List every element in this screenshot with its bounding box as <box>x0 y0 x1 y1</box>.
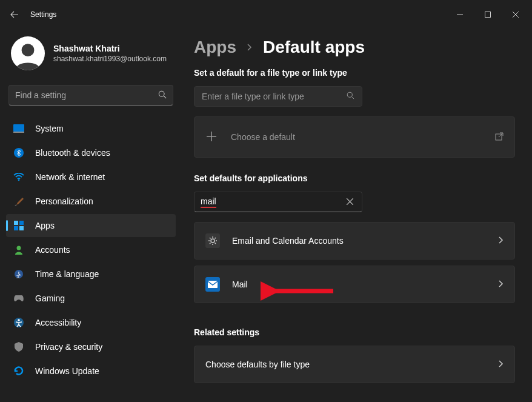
chevron-right-icon <box>497 280 504 289</box>
clock-icon: 文 <box>13 269 24 280</box>
svg-rect-3 <box>13 124 24 132</box>
brush-icon <box>13 196 24 207</box>
search-icon <box>347 92 354 101</box>
breadcrumb-parent[interactable]: Apps <box>194 38 236 57</box>
nav-privacy[interactable]: Privacy & security <box>6 335 176 358</box>
profile-email: shashwat.khatri1993@outlook.com <box>53 55 167 63</box>
avatar <box>11 36 45 70</box>
svg-rect-19 <box>208 281 218 288</box>
arrow-left-icon <box>10 10 19 19</box>
filetype-input[interactable] <box>202 92 347 101</box>
window-title: Settings <box>30 10 56 19</box>
nav-time[interactable]: 文 Time & language <box>6 263 176 286</box>
main-content: Apps Default apps Set a default for a fi… <box>182 29 532 402</box>
app-row-email-calendar[interactable]: Email and Calendar Accounts <box>194 222 515 260</box>
mail-icon <box>205 277 220 292</box>
breadcrumb: Apps Default apps <box>194 38 515 57</box>
app-label: Email and Calendar Accounts <box>232 236 485 246</box>
person-icon <box>13 244 24 255</box>
nav-personalization[interactable]: Personalization <box>6 190 176 213</box>
nav-accessibility[interactable]: Accessibility <box>6 311 176 334</box>
search-icon <box>158 90 167 101</box>
gear-icon <box>205 233 220 248</box>
filetype-search[interactable] <box>194 86 362 107</box>
chevron-right-icon <box>246 41 253 54</box>
svg-text:文: 文 <box>16 274 20 278</box>
nav-network[interactable]: Network & internet <box>6 166 176 189</box>
apps-heading: Set defaults for applications <box>194 173 515 183</box>
svg-point-16 <box>347 92 352 97</box>
profile-name: Shashwat Khatri <box>53 44 167 53</box>
breadcrumb-current: Default apps <box>263 38 365 57</box>
svg-rect-7 <box>14 221 18 225</box>
svg-point-15 <box>18 319 20 321</box>
clear-button[interactable] <box>344 195 356 209</box>
related-label: Choose defaults by file type <box>205 360 497 369</box>
maximize-button[interactable] <box>474 5 502 24</box>
choose-default-card[interactable]: Choose a default <box>194 116 515 158</box>
svg-point-1 <box>22 44 35 56</box>
apps-icon <box>13 220 24 231</box>
related-heading: Related settings <box>194 327 515 337</box>
sidebar-search-input[interactable] <box>15 90 158 100</box>
wifi-icon <box>13 172 24 183</box>
maximize-icon <box>485 12 491 18</box>
choose-default-label: Choose a default <box>231 132 495 142</box>
svg-point-11 <box>17 246 21 250</box>
app-search-value[interactable]: mail <box>201 196 216 208</box>
shield-icon <box>13 341 24 352</box>
nav-accounts[interactable]: Accounts <box>6 238 176 261</box>
nav: System Bluetooth & devices Network & int… <box>5 116 177 383</box>
open-icon <box>495 132 504 142</box>
app-search[interactable]: mail <box>194 192 362 212</box>
close-button[interactable] <box>502 5 530 24</box>
update-icon <box>13 366 24 377</box>
svg-point-2 <box>159 91 164 96</box>
app-label: Mail <box>232 280 485 289</box>
filetype-heading: Set a default for a file type or link ty… <box>194 68 515 78</box>
svg-point-18 <box>211 239 214 243</box>
related-filetype[interactable]: Choose defaults by file type <box>194 346 515 383</box>
plus-icon <box>205 130 219 144</box>
sidebar-search[interactable] <box>8 85 173 106</box>
accessibility-icon <box>13 317 24 328</box>
app-row-mail[interactable]: Mail <box>194 266 515 303</box>
close-icon <box>347 198 353 205</box>
game-icon <box>13 293 24 304</box>
minimize-icon <box>457 12 463 18</box>
system-icon <box>13 123 24 134</box>
svg-rect-4 <box>13 132 24 133</box>
chevron-right-icon <box>497 360 504 369</box>
nav-update[interactable]: Windows Update <box>6 360 176 383</box>
bluetooth-icon <box>13 147 24 158</box>
minimize-button[interactable] <box>446 5 474 24</box>
svg-rect-0 <box>485 12 491 18</box>
svg-point-6 <box>18 179 20 181</box>
nav-gaming[interactable]: Gaming <box>6 287 176 310</box>
sidebar: Shashwat Khatri shashwat.khatri1993@outl… <box>0 29 182 402</box>
svg-rect-9 <box>14 226 18 230</box>
profile[interactable]: Shashwat Khatri shashwat.khatri1993@outl… <box>5 29 177 82</box>
svg-rect-8 <box>19 221 24 225</box>
close-icon <box>513 12 519 18</box>
nav-bluetooth[interactable]: Bluetooth & devices <box>6 141 176 164</box>
svg-rect-10 <box>19 226 24 230</box>
chevron-right-icon <box>497 236 504 246</box>
nav-apps[interactable]: Apps <box>6 214 176 237</box>
nav-system[interactable]: System <box>6 117 176 140</box>
back-button[interactable] <box>2 2 27 27</box>
